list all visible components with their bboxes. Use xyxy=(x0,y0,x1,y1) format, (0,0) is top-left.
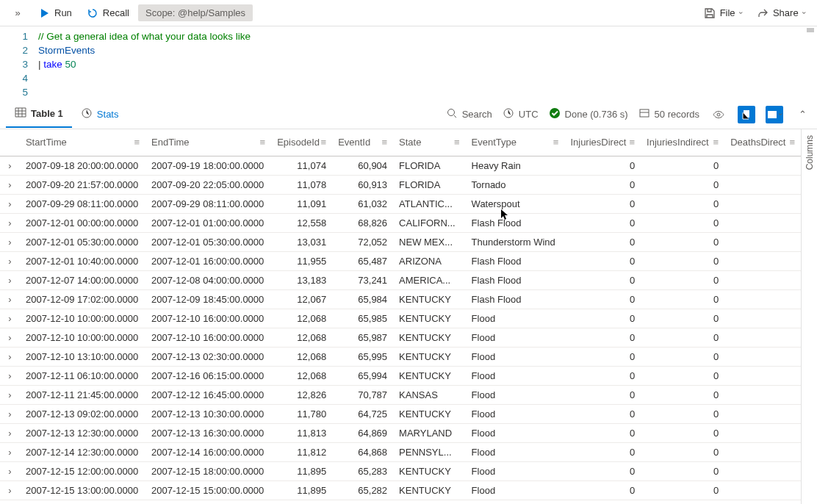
cell-injuriesdirect: 0 xyxy=(564,480,641,500)
tab-table[interactable]: Table 1 xyxy=(6,101,72,128)
cell-eventtype: Tornado xyxy=(466,175,565,194)
expand-row-button[interactable]: › xyxy=(0,156,20,175)
search-button[interactable]: Search xyxy=(446,107,492,121)
table-row[interactable]: ›2007-09-20 21:57:00.00002007-09-20 22:0… xyxy=(0,175,801,194)
column-header-deathsdirect[interactable]: DeathsDirect≡ xyxy=(724,129,801,156)
column-menu-icon[interactable]: ≡ xyxy=(381,137,387,148)
column-header-injuriesindirect[interactable]: InjuriesIndirect≡ xyxy=(641,129,724,156)
table-row[interactable]: ›2007-12-15 13:00:00.00002007-12-15 16:0… xyxy=(0,500,801,504)
table-row[interactable]: ›2007-12-09 17:02:00.00002007-12-09 18:4… xyxy=(0,289,801,309)
column-header-state[interactable]: State≡ xyxy=(393,129,466,156)
code-area[interactable]: // Get a general idea of what your data … xyxy=(38,29,817,100)
table-row[interactable]: ›2007-12-13 09:02:00.00002007-12-13 10:3… xyxy=(0,404,801,423)
expand-row-button[interactable]: › xyxy=(0,289,20,309)
file-menu[interactable]: File › xyxy=(698,4,748,22)
expand-row-button[interactable]: › xyxy=(0,213,20,232)
table-row[interactable]: ›2007-12-10 10:00:00.00002007-12-10 16:0… xyxy=(0,328,801,347)
column-header-eventtype[interactable]: EventType≡ xyxy=(466,129,565,156)
expand-button[interactable]: » xyxy=(6,4,29,22)
editor-minimap[interactable] xyxy=(807,28,814,32)
column-header-starttime[interactable]: StartTime≡ xyxy=(20,129,145,156)
expand-row-button[interactable]: › xyxy=(0,366,20,385)
cell-episodeid: 11,895 xyxy=(271,480,332,500)
collapse-results-button[interactable]: ⌃ xyxy=(793,106,811,123)
expand-row-button[interactable]: › xyxy=(0,251,20,270)
column-menu-icon[interactable]: ≡ xyxy=(789,137,795,148)
columns-panel-toggle[interactable]: Columns xyxy=(801,129,817,504)
cell-eventtype: Flood xyxy=(466,328,565,347)
table-row[interactable]: ›2007-12-11 06:10:00.00002007-12-16 06:1… xyxy=(0,366,801,385)
cell-state: KENTUCKY xyxy=(393,289,466,309)
expand-row-button[interactable]: › xyxy=(0,175,20,194)
cell-endtime: 2007-12-01 16:00:00.0000 xyxy=(145,251,271,270)
cell-starttime: 2007-12-14 12:30:00.0000 xyxy=(20,442,145,461)
view-mode-button[interactable]: › xyxy=(766,106,783,123)
cell-injuriesindirect: 0 xyxy=(641,347,724,366)
column-header-injuriesdirect[interactable]: InjuriesDirect≡ xyxy=(564,129,641,156)
table-row[interactable]: ›2007-12-01 05:30:00.00002007-12-01 05:3… xyxy=(0,232,801,251)
query-editor[interactable]: 12345 // Get a general idea of what your… xyxy=(0,26,817,100)
expand-row-button[interactable]: › xyxy=(0,309,20,328)
recall-button[interactable]: Recall xyxy=(81,4,135,22)
table-row[interactable]: ›2007-12-07 14:00:00.00002007-12-08 04:0… xyxy=(0,270,801,289)
cell-injuriesindirect: 0 xyxy=(641,480,724,500)
expand-row-button[interactable]: › xyxy=(0,404,20,423)
tab-stats[interactable]: Stats xyxy=(72,101,128,127)
expand-row-button[interactable]: › xyxy=(0,423,20,442)
expand-row-button[interactable]: › xyxy=(0,500,20,504)
expand-row-button[interactable]: › xyxy=(0,232,20,251)
cell-deathsdirect xyxy=(724,270,801,289)
cell-endtime: 2007-12-15 15:00:00.0000 xyxy=(145,480,271,500)
share-icon xyxy=(757,7,769,19)
table-row[interactable]: ›2007-12-10 13:10:00.00002007-12-13 02:3… xyxy=(0,347,801,366)
table-row[interactable]: ›2007-12-01 10:40:00.00002007-12-01 16:0… xyxy=(0,251,801,270)
expand-row-button[interactable]: › xyxy=(0,194,20,213)
table-row[interactable]: ›2007-12-13 12:30:00.00002007-12-13 16:3… xyxy=(0,423,801,442)
cell-deathsdirect xyxy=(724,500,801,504)
results-grid[interactable]: StartTime≡EndTime≡EpisodeId≡EventId≡Stat… xyxy=(0,129,801,504)
cell-endtime: 2007-12-16 06:15:00.0000 xyxy=(145,366,271,385)
cell-injuriesdirect: 0 xyxy=(564,232,641,251)
cell-eventtype: Flood xyxy=(466,480,565,500)
expand-row-button[interactable]: › xyxy=(0,328,20,347)
cell-injuriesdirect: 0 xyxy=(564,270,641,289)
column-menu-icon[interactable]: ≡ xyxy=(321,137,327,148)
table-row[interactable]: ›2007-12-11 21:45:00.00002007-12-12 16:4… xyxy=(0,385,801,404)
expand-row-button[interactable]: › xyxy=(0,347,20,366)
column-menu-icon[interactable]: ≡ xyxy=(630,137,636,148)
column-menu-icon[interactable]: ≡ xyxy=(454,137,460,148)
share-menu[interactable]: Share › xyxy=(751,4,811,22)
expand-row-button[interactable]: › xyxy=(0,461,20,480)
table-row[interactable]: ›2007-12-01 00:00:00.00002007-12-01 01:0… xyxy=(0,213,801,232)
timezone-toggle[interactable]: UTC xyxy=(503,107,539,121)
expand-row-button[interactable]: › xyxy=(0,480,20,500)
scope-selector[interactable]: Scope: @help/Samples xyxy=(138,4,253,21)
table-row[interactable]: ›2007-09-29 08:11:00.00002007-09-29 08:1… xyxy=(0,194,801,213)
table-row[interactable]: ›2007-09-18 20:00:00.00002007-09-19 18:0… xyxy=(0,156,801,175)
cell-episodeid: 12,692 xyxy=(271,500,332,504)
cell-deathsdirect xyxy=(724,289,801,309)
cell-eventid: 64,869 xyxy=(332,423,393,442)
column-header-episodeid[interactable]: EpisodeId≡ xyxy=(271,129,332,156)
records-icon xyxy=(638,107,650,121)
cell-state: AMERICA... xyxy=(393,270,466,289)
expand-row-button[interactable]: › xyxy=(0,442,20,461)
cell-injuriesindirect: 0 xyxy=(641,500,724,504)
table-row[interactable]: ›2007-12-15 12:00:00.00002007-12-15 18:0… xyxy=(0,461,801,480)
cell-state: KENTUCKY xyxy=(393,328,466,347)
table-row[interactable]: ›2007-12-14 12:30:00.00002007-12-14 16:0… xyxy=(0,442,801,461)
expand-row-button[interactable]: › xyxy=(0,270,20,289)
column-menu-icon[interactable]: ≡ xyxy=(713,137,719,148)
column-header-eventid[interactable]: EventId≡ xyxy=(332,129,393,156)
hide-empty-button[interactable] xyxy=(710,106,727,123)
cell-deathsdirect xyxy=(724,366,801,385)
column-menu-icon[interactable]: ≡ xyxy=(134,137,140,148)
copy-button[interactable] xyxy=(738,106,755,123)
table-row[interactable]: ›2007-12-10 10:00:00.00002007-12-10 16:0… xyxy=(0,309,801,328)
column-header-endtime[interactable]: EndTime≡ xyxy=(145,129,271,156)
expand-row-button[interactable]: › xyxy=(0,385,20,404)
table-row[interactable]: ›2007-12-15 13:00:00.00002007-12-15 15:0… xyxy=(0,480,801,500)
column-menu-icon[interactable]: ≡ xyxy=(553,137,559,148)
column-menu-icon[interactable]: ≡ xyxy=(260,137,266,148)
run-button[interactable]: Run xyxy=(32,4,78,22)
